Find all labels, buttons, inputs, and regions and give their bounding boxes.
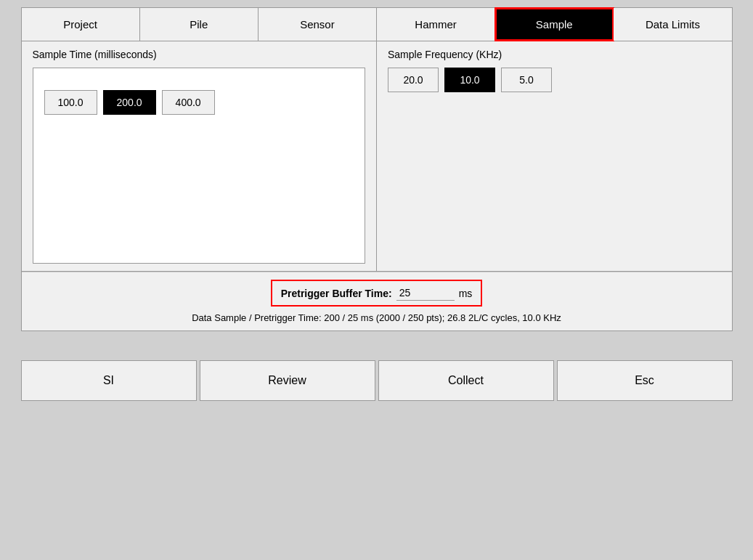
- tab-hammer[interactable]: Hammer: [377, 8, 495, 41]
- pretrigger-box: Pretrigger Buffer Time: ms: [271, 280, 483, 307]
- sample-freq-panel: Sample Frequency (KHz) 20.0 10.0 5.0: [377, 41, 732, 271]
- tab-project[interactable]: Project: [22, 8, 140, 41]
- panels-row: Sample Time (milliseconds) 100.0 200.0 4…: [22, 41, 732, 272]
- sample-time-inner: 100.0 200.0 400.0: [33, 68, 366, 264]
- esc-button[interactable]: Esc: [557, 360, 733, 401]
- sample-time-options: 100.0 200.0 400.0: [44, 90, 354, 115]
- data-summary: Data Sample / Pretrigger Time: 200 / 25 …: [33, 312, 721, 323]
- sample-time-panel: Sample Time (milliseconds) 100.0 200.0 4…: [22, 41, 378, 271]
- sample-time-200[interactable]: 200.0: [103, 90, 156, 115]
- bottom-info: Pretrigger Buffer Time: ms Data Sample /…: [22, 272, 732, 330]
- collect-button[interactable]: Collect: [378, 360, 554, 401]
- tab-sensor[interactable]: Sensor: [259, 8, 377, 41]
- pretrigger-input[interactable]: [396, 285, 455, 301]
- tab-pile[interactable]: Pile: [140, 8, 259, 41]
- sample-time-400[interactable]: 400.0: [162, 90, 215, 115]
- sample-freq-5[interactable]: 5.0: [501, 68, 552, 92]
- content-area: Sample Time (milliseconds) 100.0 200.0 4…: [22, 41, 732, 330]
- si-button[interactable]: SI: [21, 360, 197, 401]
- bottom-buttons: SI Review Collect Esc: [21, 360, 733, 401]
- tab-bar: Project Pile Sensor Hammer Sample Data L…: [22, 8, 732, 41]
- tab-sample[interactable]: Sample: [495, 8, 614, 41]
- main-panel: Project Pile Sensor Hammer Sample Data L…: [21, 7, 733, 331]
- pretrigger-row: Pretrigger Buffer Time: ms: [33, 280, 721, 307]
- pretrigger-unit: ms: [459, 288, 473, 299]
- pretrigger-label: Pretrigger Buffer Time:: [281, 288, 392, 299]
- sample-time-100[interactable]: 100.0: [44, 90, 97, 115]
- sample-freq-10[interactable]: 10.0: [444, 68, 495, 92]
- sample-freq-options: 20.0 10.0 5.0: [388, 68, 721, 92]
- tab-data-limits[interactable]: Data Limits: [614, 8, 731, 41]
- sample-time-label: Sample Time (milliseconds): [33, 49, 366, 60]
- review-button[interactable]: Review: [200, 360, 375, 401]
- sample-freq-20[interactable]: 20.0: [388, 68, 439, 92]
- sample-freq-label: Sample Frequency (KHz): [388, 49, 721, 60]
